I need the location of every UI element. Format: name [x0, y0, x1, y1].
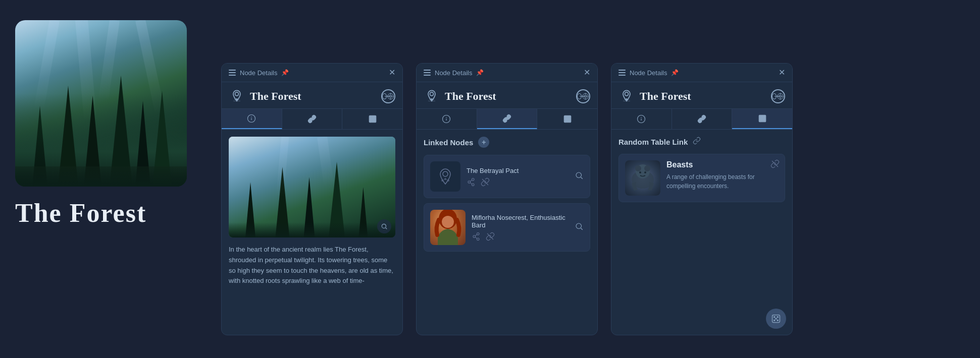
tab-media-3[interactable]	[732, 109, 792, 129]
svg-point-50	[477, 238, 480, 241]
beast-thumb	[625, 160, 660, 196]
tab-media-1[interactable]	[342, 109, 402, 129]
svg-point-79	[774, 317, 775, 318]
svg-point-73	[635, 165, 641, 171]
linked-nodes-header: Linked Nodes +	[424, 137, 590, 148]
svg-point-39	[472, 178, 475, 181]
hero-title: The Forest	[15, 199, 146, 227]
hamburger-icon[interactable]	[229, 70, 236, 76]
svg-line-45	[581, 177, 582, 178]
svg-point-47	[442, 216, 454, 228]
svg-point-49	[477, 233, 480, 235]
beast-info: Beasts A range of challenging beasts for…	[666, 160, 779, 191]
beast-description: A range of challenging beasts for compel…	[666, 172, 779, 191]
svg-point-31	[565, 117, 566, 118]
unlink-icon-2[interactable]	[486, 232, 495, 241]
svg-point-14	[371, 117, 372, 118]
tab-bar-3	[611, 109, 792, 130]
linked-node-actions-1	[467, 177, 569, 187]
tab-info-3[interactable]	[611, 109, 672, 129]
svg-point-37	[444, 178, 446, 180]
linked-node-info-1: The Betrayal Pact	[467, 167, 569, 187]
node-link-icon-1[interactable]	[467, 177, 476, 187]
panel-title-row-1: The Forest	[222, 82, 402, 109]
random-table-link-icon	[693, 137, 701, 147]
beast-card: Beasts A range of challenging beasts for…	[618, 154, 785, 202]
close-button-2[interactable]: ✕	[584, 69, 590, 77]
svg-point-56	[625, 92, 629, 96]
svg-line-53	[487, 233, 493, 240]
svg-point-0	[235, 92, 239, 96]
tab-info-2[interactable]	[417, 109, 477, 129]
character-image-2	[430, 210, 466, 245]
hero-image	[15, 20, 187, 187]
svg-point-15	[382, 224, 386, 228]
close-button-1[interactable]: ✕	[389, 69, 395, 77]
target-icon-2[interactable]	[576, 89, 590, 103]
svg-point-82	[777, 320, 778, 321]
node-panel-random: Node Details 📌 ✕ The Forest	[611, 63, 793, 335]
search-linked-node-2[interactable]	[575, 222, 584, 233]
svg-point-40	[472, 184, 475, 186]
pin-icon-1: 📌	[281, 69, 289, 76]
linked-node-name-2: Miflorha Nosecrest, Enthusiastic Bard	[472, 214, 569, 229]
svg-point-83	[776, 318, 777, 319]
unlink-icon-1[interactable]	[481, 177, 490, 187]
panel-content-3: Random Table Link	[611, 130, 792, 335]
tab-links-1[interactable]	[282, 109, 343, 129]
beast-unlink-icon[interactable]	[770, 159, 780, 170]
target-icon-3[interactable]	[771, 89, 785, 103]
svg-line-41	[471, 180, 472, 181]
svg-point-76	[644, 171, 646, 173]
hamburger-icon-2[interactable]	[424, 70, 431, 76]
panels-container: Node Details 📌 ✕ The Forest	[212, 43, 797, 315]
tab-media-2[interactable]	[537, 109, 597, 129]
panel-header-left-3: Node Details 📌	[618, 69, 679, 77]
tab-links-2[interactable]	[477, 109, 538, 129]
svg-line-51	[476, 234, 477, 236]
svg-point-5	[389, 95, 392, 97]
svg-point-54	[576, 223, 582, 229]
linked-node-actions-2	[472, 232, 569, 241]
add-linked-node-button[interactable]: +	[478, 137, 489, 148]
svg-point-44	[576, 172, 582, 178]
tab-bar-1	[222, 109, 402, 130]
panel-header-label-3: Node Details	[630, 69, 667, 77]
svg-point-38	[468, 181, 471, 183]
hamburger-icon-3[interactable]	[618, 70, 626, 76]
target-icon-1[interactable]	[381, 89, 395, 103]
svg-point-74	[644, 165, 650, 171]
node-link-icon-2[interactable]	[472, 232, 481, 241]
character-thumb-2	[430, 210, 466, 245]
forest-scene-preview	[229, 137, 395, 237]
description-text-1: In the heart of the ancient realm lies T…	[229, 245, 395, 286]
panel-header-2: Node Details 📌 ✕	[417, 64, 597, 82]
panel-header-label-2: Node Details	[435, 69, 472, 77]
tab-info-1[interactable]	[222, 109, 282, 129]
linked-node-card-1: The Betrayal Pact	[424, 155, 590, 198]
dice-roll-button[interactable]	[766, 309, 786, 329]
svg-point-80	[777, 317, 778, 318]
panel-header-left-1: Node Details 📌	[229, 69, 289, 77]
pin-icon-2: 📌	[476, 69, 484, 76]
forest-background	[15, 20, 187, 187]
close-button-3[interactable]: ✕	[779, 69, 785, 77]
panel-header-label-1: Node Details	[240, 69, 277, 77]
tab-links-3[interactable]	[672, 109, 733, 129]
linked-nodes-title: Linked Nodes	[424, 138, 473, 147]
panel-title-left-1: The Forest	[229, 88, 301, 104]
node-location-icon-1	[229, 88, 245, 104]
hero-section: The Forest	[0, 0, 212, 358]
svg-point-81	[774, 320, 775, 321]
svg-line-77	[772, 161, 778, 167]
zoom-button-1[interactable]	[377, 219, 391, 233]
panel-header-left-2: Node Details 📌	[424, 69, 484, 77]
node-location-icon-3	[618, 88, 635, 104]
panel-node-title-2: The Forest	[445, 90, 496, 103]
linked-node-name-1: The Betrayal Pact	[467, 167, 569, 174]
panel-node-title-3: The Forest	[640, 90, 691, 103]
svg-point-17	[430, 92, 434, 96]
node-panel-linked: Node Details 📌 ✕ The Forest	[416, 63, 598, 335]
svg-point-70	[760, 116, 761, 117]
search-linked-node-1[interactable]	[575, 171, 584, 182]
